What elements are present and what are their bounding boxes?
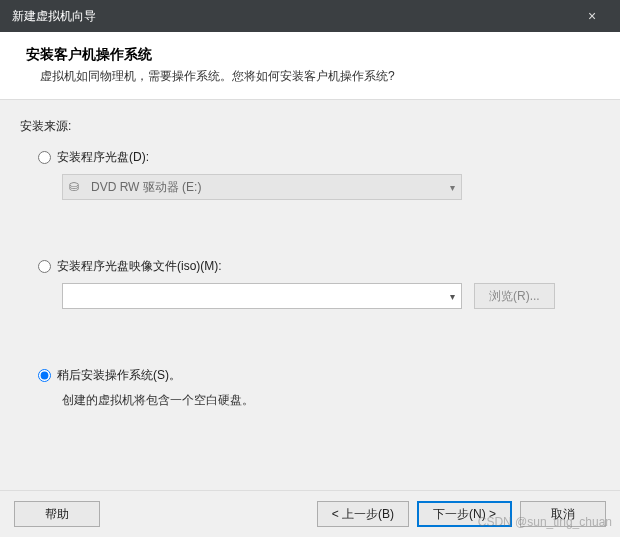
wizard-footer: 帮助 < 上一步(B) 下一步(N) > 取消 [0, 490, 620, 537]
radio-iso-file-label: 安装程序光盘映像文件(iso)(M): [57, 258, 222, 275]
help-button[interactable]: 帮助 [14, 501, 100, 527]
chevron-down-icon: ▾ [450, 182, 455, 193]
page-title: 安装客户机操作系统 [26, 46, 594, 64]
install-later-note: 创建的虚拟机将包含一个空白硬盘。 [62, 392, 600, 409]
radio-install-later-label: 稍后安装操作系统(S)。 [57, 367, 181, 384]
radio-installer-disc-label: 安装程序光盘(D): [57, 149, 149, 166]
disc-drive-combo[interactable]: ⛁ DVD RW 驱动器 (E:) ▾ [62, 174, 462, 200]
radio-install-later[interactable] [38, 369, 51, 382]
radio-iso-file[interactable] [38, 260, 51, 273]
wizard-content: 安装来源: 安装程序光盘(D): ⛁ DVD RW 驱动器 (E:) ▾ 安装程… [0, 100, 620, 490]
source-label: 安装来源: [20, 118, 600, 135]
cancel-button[interactable]: 取消 [520, 501, 606, 527]
disc-icon: ⛁ [69, 180, 85, 194]
next-button[interactable]: 下一步(N) > [417, 501, 512, 527]
option-installer-disc: 安装程序光盘(D): ⛁ DVD RW 驱动器 (E:) ▾ [38, 149, 600, 200]
disc-drive-value: DVD RW 驱动器 (E:) [91, 179, 201, 196]
option-iso-file: 安装程序光盘映像文件(iso)(M): ▾ 浏览(R)... [38, 258, 600, 309]
radio-installer-disc[interactable] [38, 151, 51, 164]
window-title: 新建虚拟机向导 [12, 8, 576, 25]
wizard-window: 新建虚拟机向导 × 安装客户机操作系统 虚拟机如同物理机，需要操作系统。您将如何… [0, 0, 620, 537]
chevron-down-icon: ▾ [450, 291, 455, 302]
back-button[interactable]: < 上一步(B) [317, 501, 409, 527]
titlebar: 新建虚拟机向导 × [0, 0, 620, 32]
wizard-header: 安装客户机操作系统 虚拟机如同物理机，需要操作系统。您将如何安装客户机操作系统? [0, 32, 620, 100]
option-install-later: 稍后安装操作系统(S)。 创建的虚拟机将包含一个空白硬盘。 [38, 367, 600, 409]
close-icon[interactable]: × [576, 8, 608, 24]
iso-path-input[interactable]: ▾ [62, 283, 462, 309]
page-subtitle: 虚拟机如同物理机，需要操作系统。您将如何安装客户机操作系统? [40, 68, 594, 85]
browse-button[interactable]: 浏览(R)... [474, 283, 555, 309]
